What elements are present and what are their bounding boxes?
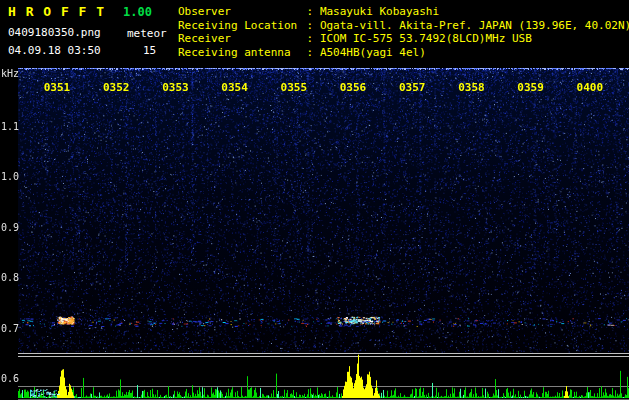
info-label: Observer [178, 5, 300, 19]
info-row-receiver: Receiver : ICOM IC-575 53.7492(8LCD)MHz … [178, 32, 629, 46]
mode-label: meteor [127, 27, 167, 40]
time-tick-0400: 0400 [577, 81, 604, 94]
time-tick-0354: 0354 [221, 81, 248, 94]
hrofft-output: H R O F F T 1.00 0409180350.png meteor 0… [0, 0, 629, 400]
time-tick-0357: 0357 [399, 81, 426, 94]
info-label: Receiving antenna [178, 46, 300, 60]
info-value: Ogata-vill. Akita-Pref. JAPAN (139.96E, … [320, 19, 629, 33]
spectrogram-canvas [18, 68, 629, 400]
info-separator: : [300, 32, 320, 46]
info-row-observer: Observer : Masayuki Kobayashi [178, 5, 629, 19]
freq-tick-1.1: 1.1 [1, 121, 19, 132]
info-label: Receiver [178, 32, 300, 46]
time-tick-0355: 0355 [281, 81, 308, 94]
time-tick-0358: 0358 [458, 81, 485, 94]
info-separator: : [300, 5, 320, 19]
station-info: Observer : Masayuki Kobayashi Receiving … [178, 5, 629, 59]
info-separator: : [300, 19, 320, 33]
info-row-location: Receiving Location : Ogata-vill. Akita-P… [178, 19, 629, 33]
time-tick-0351: 0351 [44, 81, 71, 94]
freq-tick-0.8: 0.8 [1, 272, 19, 283]
freq-tick-0.9: 0.9 [1, 222, 19, 233]
time-tick-0352: 0352 [103, 81, 130, 94]
info-value: A504HB(yagi 4el) [320, 46, 426, 60]
echo-count: 15 [143, 44, 156, 57]
time-axis: 0351035203530354035503560357035803590400 [0, 81, 629, 95]
info-value: Masayuki Kobayashi [320, 5, 439, 19]
freq-tick-0.6: 0.6 [1, 373, 19, 384]
app-version: 1.00 [123, 5, 152, 19]
output-filename: 0409180350.png [8, 26, 101, 39]
info-separator: : [300, 46, 320, 60]
info-label: Receiving Location [178, 19, 300, 33]
freq-tick-1.0: 1.0 [1, 171, 19, 182]
info-row-antenna: Receiving antenna : A504HB(yagi 4el) [178, 46, 629, 60]
info-value: ICOM IC-575 53.7492(8LCD)MHz USB [320, 32, 532, 46]
freq-tick-0.7: 0.7 [1, 323, 19, 334]
time-tick-0359: 0359 [517, 81, 544, 94]
datetime-label: 04.09.18 03:50 [8, 44, 101, 57]
time-tick-0356: 0356 [340, 81, 367, 94]
app-title: H R O F F T [8, 4, 105, 19]
time-tick-0353: 0353 [162, 81, 189, 94]
freq-axis: 1.11.00.90.80.70.6 [0, 0, 18, 400]
